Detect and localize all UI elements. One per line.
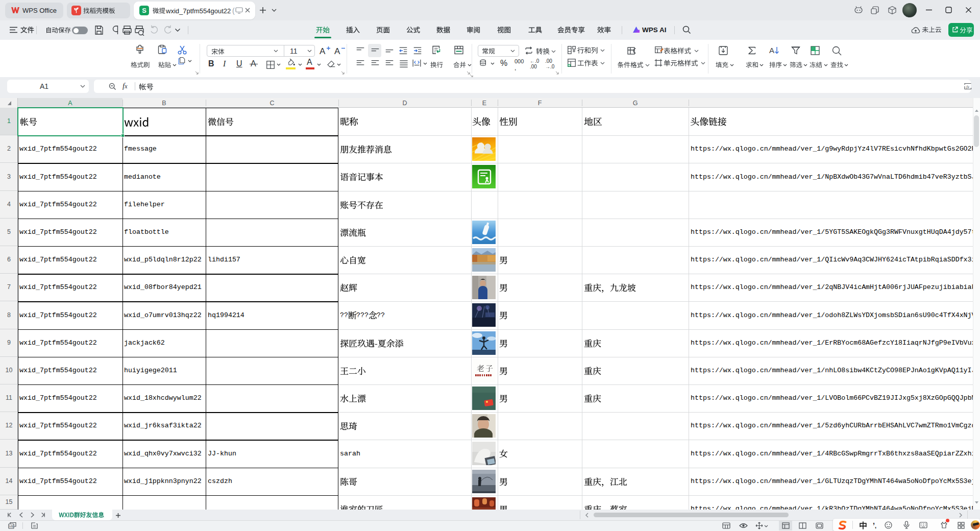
svg-text:VB: VB — [9, 525, 13, 528]
svg-text:S: S — [142, 7, 146, 14]
svg-text:A: A — [769, 46, 774, 55]
svg-text:fx: fx — [966, 84, 969, 89]
